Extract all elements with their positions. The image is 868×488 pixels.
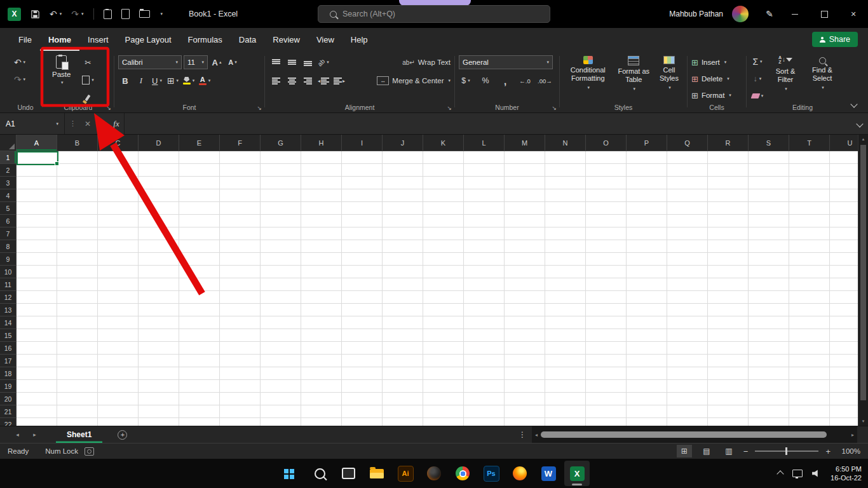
tab-formulas[interactable]: Formulas (180, 28, 231, 51)
conditional-formatting-button[interactable]: Conditional Formatting (564, 54, 613, 93)
cut-button[interactable]: ✂ (81, 55, 95, 69)
bold-button[interactable]: B (118, 74, 132, 88)
column-header-J[interactable]: J (383, 135, 423, 151)
column-header-T[interactable]: T (789, 135, 830, 151)
column-header-G[interactable]: G (261, 135, 301, 151)
row-header-20[interactable]: 20 (0, 393, 16, 405)
column-header-R[interactable]: R (708, 135, 749, 151)
format-painter-button[interactable] (81, 91, 95, 105)
increase-decimal-button[interactable]: ←.0 (518, 74, 532, 88)
page-layout-view-button[interactable]: ▤ (699, 445, 714, 458)
delete-cells-button[interactable]: ⊞Delete (691, 72, 742, 86)
font-family-select[interactable]: Calibri (118, 55, 182, 69)
file-explorer-button[interactable] (364, 461, 390, 486)
paste-button[interactable]: Paste (46, 53, 76, 105)
font-color-button[interactable]: A (198, 74, 212, 88)
inking-button[interactable]: ✎ (759, 9, 780, 19)
sheet-tab-sheet1[interactable]: Sheet1 (56, 426, 102, 443)
column-header-N[interactable]: N (545, 135, 586, 151)
decrease-decimal-button[interactable]: .00→ (538, 74, 552, 88)
macro-record-icon[interactable] (85, 447, 94, 456)
open-folder-button[interactable] (139, 10, 150, 18)
copy-button[interactable] (81, 73, 95, 87)
photoshop-button[interactable]: Ps (478, 461, 504, 486)
tray-expand-button[interactable] (778, 469, 783, 478)
tab-page-layout[interactable]: Page Layout (117, 28, 180, 51)
column-header-C[interactable]: C (98, 135, 139, 151)
alignment-dialog-launcher[interactable] (447, 105, 452, 111)
close-button[interactable]: ✕ (839, 0, 868, 28)
column-header-Q[interactable]: Q (667, 135, 708, 151)
column-header-H[interactable]: H (301, 135, 342, 151)
clear-button[interactable] (750, 89, 764, 103)
tab-data[interactable]: Data (231, 28, 264, 51)
redo-ribbon-button[interactable]: ↷ (13, 72, 27, 86)
save-button[interactable] (31, 10, 40, 19)
underline-button[interactable]: U (150, 74, 164, 88)
align-right-button[interactable] (301, 74, 315, 88)
row-header-1[interactable]: 1 (0, 151, 16, 164)
new-sheet-button[interactable]: + (118, 430, 127, 440)
collapse-ribbon-button[interactable] (851, 99, 857, 109)
firefox-button[interactable] (507, 461, 532, 486)
previous-sheet-button[interactable]: ◂ (9, 431, 26, 438)
row-header-11[interactable]: 11 (0, 278, 16, 291)
share-button[interactable]: Share (812, 32, 858, 47)
clipboard-dialog-launcher[interactable] (106, 105, 111, 111)
row-header-22[interactable]: 22 (0, 418, 16, 426)
row-header-21[interactable]: 21 (0, 405, 16, 418)
undo-button[interactable]: ↶ (50, 9, 62, 19)
sort-filter-button[interactable]: Sort & Filter (768, 53, 803, 103)
format-cells-button[interactable]: ⊞Format (691, 88, 742, 102)
scroll-left-icon[interactable]: ◂ (532, 432, 541, 438)
select-all-button[interactable] (0, 135, 17, 151)
decrease-font-button[interactable]: A▾ (226, 55, 240, 69)
grid-cells[interactable] (17, 151, 858, 426)
row-header-8[interactable]: 8 (0, 240, 16, 253)
cancel-button[interactable]: ✕ (81, 119, 95, 128)
row-header-17[interactable]: 17 (0, 355, 16, 367)
row-header-19[interactable]: 19 (0, 380, 16, 393)
task-view-button[interactable] (336, 461, 361, 486)
cell-styles-button[interactable]: Cell Styles (655, 54, 683, 93)
insert-cells-button[interactable]: ⊞Insert (691, 55, 742, 69)
column-header-F[interactable]: F (220, 135, 261, 151)
row-header-7[interactable]: 7 (0, 227, 16, 240)
volume-icon[interactable] (812, 470, 821, 477)
tab-home[interactable]: Home (40, 28, 79, 51)
scroll-up-icon[interactable]: ▴ (858, 135, 868, 144)
tab-file[interactable]: File (10, 28, 40, 51)
tab-insert[interactable]: Insert (79, 28, 117, 51)
enter-button[interactable]: ✓ (95, 119, 109, 128)
middle-align-button[interactable] (285, 55, 299, 69)
taskbar-clock[interactable]: 6:50 PM 16-Oct-22 (831, 464, 862, 483)
accounting-format-button[interactable]: $ (459, 74, 473, 88)
page-break-view-button[interactable]: ▥ (721, 445, 736, 458)
tab-review[interactable]: Review (264, 28, 308, 51)
customize-qat-button[interactable] (159, 11, 163, 17)
orientation-button[interactable]: ab (316, 55, 330, 69)
column-header-A[interactable]: A (17, 135, 57, 151)
column-header-S[interactable]: S (749, 135, 789, 151)
row-header-5[interactable]: 5 (0, 202, 16, 215)
zoom-slider[interactable] (755, 451, 818, 452)
row-header-16[interactable]: 16 (0, 342, 16, 355)
column-header-M[interactable]: M (505, 135, 545, 151)
font-size-select[interactable]: 11 (184, 55, 208, 69)
row-header-2[interactable]: 2 (0, 164, 16, 177)
align-left-button[interactable] (269, 74, 283, 88)
increase-font-button[interactable]: A▴ (210, 55, 224, 69)
column-header-I[interactable]: I (342, 135, 383, 151)
fill-color-button[interactable] (182, 74, 196, 88)
align-center-button[interactable] (285, 74, 299, 88)
top-align-button[interactable] (269, 55, 283, 69)
zoom-level[interactable]: 100% (837, 447, 860, 455)
undo-ribbon-button[interactable]: ↶ (13, 55, 27, 69)
percent-style-button[interactable]: % (478, 74, 492, 88)
vertical-scrollbar[interactable]: ▴ ▾ (858, 135, 868, 426)
row-header-9[interactable]: 9 (0, 253, 16, 266)
formula-input[interactable] (124, 113, 851, 134)
row-header-10[interactable]: 10 (0, 266, 16, 278)
new-document-button[interactable] (121, 9, 130, 19)
row-header-4[interactable]: 4 (0, 189, 16, 202)
